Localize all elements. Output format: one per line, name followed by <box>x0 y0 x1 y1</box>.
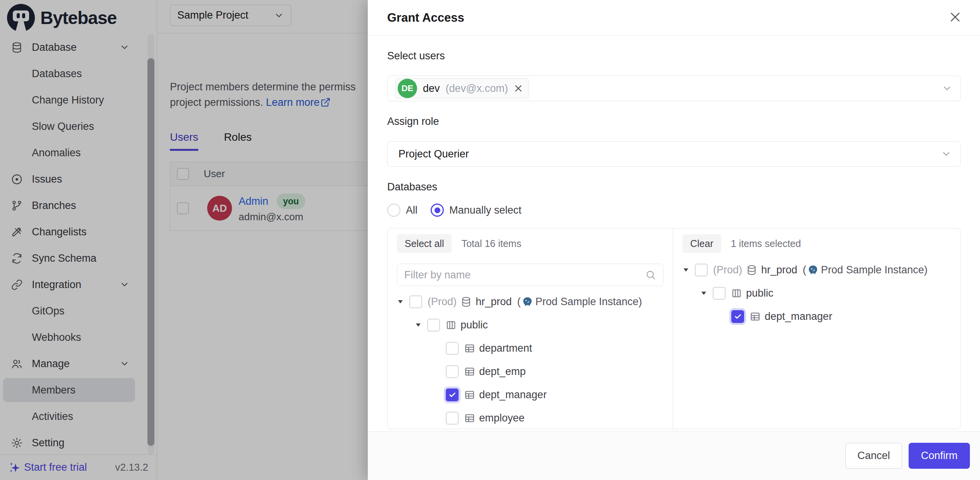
radio-all-label: All <box>406 204 417 216</box>
radio-dot <box>435 207 440 213</box>
table-icon <box>464 343 475 354</box>
clear-button[interactable]: Clear <box>682 234 721 253</box>
checkbox[interactable] <box>713 287 725 300</box>
target-pane: Clear 1 items selected (Prod) hr_prod ( <box>673 228 960 429</box>
checkbox[interactable] <box>695 264 708 276</box>
tree-row-table[interactable]: dept_manager <box>397 383 663 406</box>
environment-label: (Prod) <box>428 296 457 308</box>
tree-row-schema[interactable]: public <box>682 281 951 305</box>
radio-manual-label: Manually select <box>449 204 521 216</box>
table-icon <box>464 389 475 401</box>
source-pane-header: Select all Total 16 items <box>397 234 663 253</box>
tree-row-table[interactable]: department <box>397 337 663 360</box>
postgresql-icon <box>522 296 533 307</box>
source-tree: (Prod) hr_prod ( Prod Sample Instance) p… <box>397 290 663 429</box>
close-icon <box>949 10 962 24</box>
role-select[interactable]: Project Querier <box>387 141 961 167</box>
tree-row-instance[interactable]: (Prod) hr_prod ( Prod Sample Instance) <box>397 290 663 313</box>
table-name: dept_emp <box>479 366 526 378</box>
checkbox[interactable] <box>427 319 440 332</box>
caret-down-icon[interactable] <box>397 298 404 305</box>
cancel-button[interactable]: Cancel <box>845 443 902 469</box>
filter-input-wrap <box>397 264 663 286</box>
table-name: employee <box>479 412 525 424</box>
database-name: hr_prod <box>476 296 512 308</box>
instance-name: Prod Sample Instance) <box>535 296 642 308</box>
chevron-down-icon <box>941 148 952 159</box>
caret-down-icon[interactable] <box>682 266 689 273</box>
modal-title: Grant Access <box>387 11 464 25</box>
confirm-button[interactable]: Confirm <box>909 443 970 469</box>
schema-icon <box>445 319 457 331</box>
source-pane: Select all Total 16 items (Prod) <box>388 228 673 429</box>
checkbox-checked[interactable] <box>731 310 744 323</box>
modal-body: Select users DE dev (dev@x.com) Assign r… <box>368 36 980 431</box>
chevron-down-icon <box>942 83 952 94</box>
select-users-label: Select users <box>387 49 961 62</box>
table-icon <box>464 366 475 377</box>
tree-row-schema[interactable]: public <box>397 313 663 337</box>
caret-down-icon[interactable] <box>700 290 707 297</box>
chip-user-email: (dev@x.com) <box>446 83 508 95</box>
selected-user-chip: DE dev (dev@x.com) <box>395 78 529 98</box>
radio-all[interactable] <box>387 204 400 217</box>
checkbox[interactable] <box>446 412 459 425</box>
checkbox-checked[interactable] <box>446 388 459 401</box>
tree-row-table[interactable]: dept_emp <box>397 360 663 383</box>
table-icon <box>464 413 475 424</box>
modal-header: Grant Access <box>368 0 980 36</box>
environment-label: (Prod) <box>713 264 742 276</box>
check-icon <box>734 312 742 321</box>
databases-label: Databases <box>387 180 961 193</box>
assign-role-label: Assign role <box>387 115 961 128</box>
database-name: hr_prod <box>761 264 797 276</box>
target-pane-header: Clear 1 items selected <box>682 234 951 253</box>
filter-input[interactable] <box>404 269 645 281</box>
screen: Bytebase Database Databases Change Histo… <box>0 0 980 480</box>
table-name: dept_manager <box>765 311 832 323</box>
table-icon <box>750 311 761 322</box>
tree-row-table[interactable]: dept_manager <box>682 305 951 328</box>
schema-name: public <box>461 319 488 331</box>
checkbox[interactable] <box>446 342 459 355</box>
select-users-input[interactable]: DE dev (dev@x.com) <box>387 76 961 101</box>
schema-icon <box>731 288 742 299</box>
select-all-button[interactable]: Select all <box>397 234 452 253</box>
check-icon <box>448 390 457 399</box>
instance-name: Prod Sample Instance) <box>821 264 928 276</box>
database-icon <box>746 264 757 276</box>
tree-row-instance[interactable]: (Prod) hr_prod ( Prod Sample Instance) <box>682 258 951 281</box>
selected-count-text: 1 items selected <box>731 238 801 249</box>
target-tree: (Prod) hr_prod ( Prod Sample Instance) p… <box>682 258 951 328</box>
instance-paren: ( <box>517 296 521 308</box>
database-icon <box>461 296 472 307</box>
schema-name: public <box>746 287 774 299</box>
radio-manually-select[interactable] <box>431 204 444 217</box>
grant-access-modal: Grant Access Select users DE dev (dev@x.… <box>368 0 980 480</box>
database-transfer: Select all Total 16 items (Prod) <box>387 228 961 429</box>
remove-user-icon[interactable] <box>514 84 523 93</box>
tree-row-table[interactable]: employee <box>397 406 663 429</box>
table-name: dept_manager <box>479 389 547 401</box>
role-select-value: Project Querier <box>398 148 469 160</box>
caret-down-icon[interactable] <box>415 321 422 328</box>
chip-user-name: dev <box>423 83 440 95</box>
checkbox[interactable] <box>446 365 459 378</box>
postgresql-icon <box>807 264 819 276</box>
total-items-text: Total 16 items <box>461 238 521 249</box>
search-icon <box>645 269 656 280</box>
checkbox[interactable] <box>409 295 422 308</box>
close-button[interactable] <box>947 10 963 26</box>
database-scope-radios: All Manually select <box>387 204 961 217</box>
modal-footer: Cancel Confirm <box>368 431 980 480</box>
table-name: department <box>479 342 532 354</box>
avatar: DE <box>398 79 417 98</box>
instance-paren: ( <box>803 264 806 276</box>
